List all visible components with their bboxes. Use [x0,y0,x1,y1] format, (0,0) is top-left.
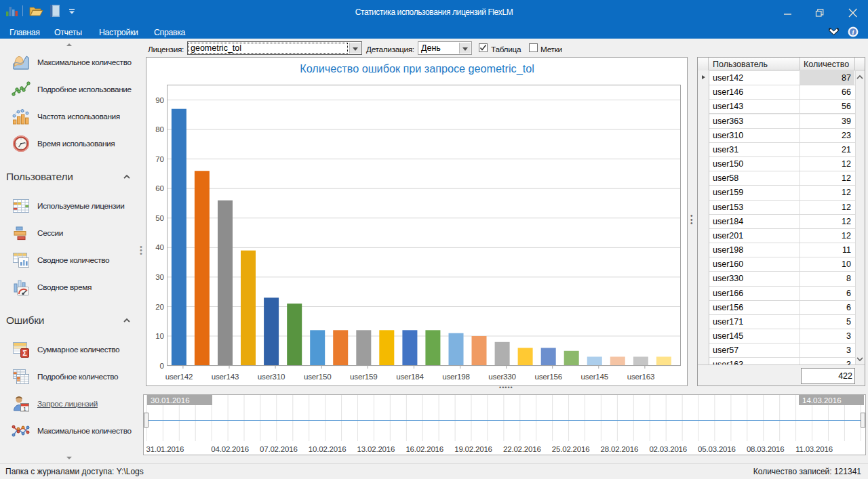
svg-text:04.02.2016: 04.02.2016 [211,445,249,453]
svg-text:40: 40 [155,243,164,251]
svg-text:user184: user184 [396,372,424,381]
svg-text:0: 0 [160,362,164,370]
svg-text:30: 30 [155,273,164,281]
svg-text:user142: user142 [165,372,193,381]
svg-text:02.03.2016: 02.03.2016 [649,445,687,453]
svg-text:31.01.2016: 31.01.2016 [146,445,184,453]
svg-text:16.02.2016: 16.02.2016 [406,445,443,453]
svg-text:10: 10 [155,332,164,340]
svg-text:90: 90 [155,96,164,104]
svg-text:13.02.2016: 13.02.2016 [357,445,395,453]
svg-text:11.03.2016: 11.03.2016 [795,445,833,453]
svg-text:user145: user145 [581,372,609,381]
svg-text:Σ: Σ [22,349,27,357]
svg-text:user330: user330 [488,372,516,381]
svg-text:user143: user143 [212,372,239,381]
svg-text:08.03.2016: 08.03.2016 [747,445,785,453]
svg-text:user159: user159 [350,372,378,381]
svg-text:1: 1 [23,406,26,412]
svg-text:60: 60 [155,184,164,192]
svg-text:20: 20 [155,303,164,311]
svg-text:user198: user198 [442,372,470,381]
svg-text:19.02.2016: 19.02.2016 [454,445,492,453]
svg-text:25.02.2016: 25.02.2016 [552,445,590,453]
svg-text:user163: user163 [627,372,655,381]
svg-text:10.02.2016: 10.02.2016 [309,445,347,453]
svg-text:28.02.2016: 28.02.2016 [601,445,639,453]
svg-text:80: 80 [155,125,164,133]
svg-text:14.03.2016: 14.03.2016 [802,396,842,404]
svg-text:user150: user150 [304,372,332,381]
svg-text:70: 70 [155,155,164,163]
svg-text:Количество ошибок при запросе: Количество ошибок при запросе geometric_… [300,62,534,75]
svg-text:30.01.2016: 30.01.2016 [151,396,190,404]
svg-text:i: i [852,28,854,36]
svg-text:user156: user156 [534,372,562,381]
svg-text:22.02.2016: 22.02.2016 [503,445,541,453]
svg-text:user310: user310 [258,372,285,381]
svg-text:07.02.2016: 07.02.2016 [260,445,298,453]
svg-text:50: 50 [155,214,164,222]
svg-text:05.03.2016: 05.03.2016 [698,445,736,453]
